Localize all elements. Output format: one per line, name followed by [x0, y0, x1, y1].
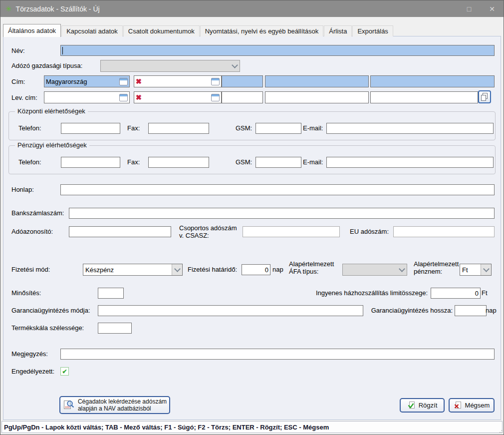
financial-fax-input[interactable] — [148, 157, 209, 168]
resize-grip[interactable] — [499, 429, 503, 433]
save-button-label: Rögzít — [419, 402, 438, 409]
default-vat-select[interactable] — [342, 264, 407, 276]
clear-icon[interactable]: ✖ — [136, 78, 142, 85]
financial-contacts-group: Pénzügyi elérhetőségek Telefon: Fax: GSM… — [8, 145, 496, 174]
taxpayer-type-label: Adózó gazdasági típusa: — [11, 62, 82, 69]
central-fax-input[interactable] — [148, 123, 209, 134]
app-icon: ✳ — [5, 4, 12, 13]
comment-label: Megjegyzés: — [11, 350, 48, 358]
central-email-input[interactable] — [326, 123, 494, 134]
lookup-window-icon[interactable] — [119, 78, 128, 85]
central-phone-input[interactable] — [61, 123, 120, 134]
cancel-button-label: Mégsem — [465, 402, 490, 409]
lookup-window-icon[interactable] — [211, 78, 220, 85]
tab-arlista[interactable]: Árlista — [324, 25, 352, 36]
payment-method-label: Fizetési mód: — [11, 266, 50, 273]
group-tax-label: Csoportos adószám v. CSASZ: — [179, 224, 240, 239]
mailing-street2-input[interactable] — [370, 91, 478, 103]
default-currency-select[interactable]: Ft — [460, 264, 492, 276]
tab-exportalas[interactable]: Exportálás — [352, 25, 393, 36]
comment-input[interactable] — [60, 349, 495, 360]
tab-csatolt-dokumentumok[interactable]: Csatolt dokumentumok — [123, 25, 200, 36]
bank-account-label: Bankszámlaszám: — [11, 209, 64, 217]
default-currency-label: Alapértelmezett pénznem: — [414, 260, 464, 275]
title-bar: ✳ Törzsadatok - Szállítók - Új □ ✕ — [0, 0, 504, 17]
mailing-country-field[interactable] — [44, 91, 130, 103]
address-label: Cím: — [11, 78, 25, 85]
address-zip-input[interactable] — [222, 75, 263, 87]
fax-label: Fax: — [127, 158, 140, 166]
email-label: E-mail: — [303, 158, 323, 166]
tab-altalanos-adatok[interactable]: Általános adatok — [3, 24, 61, 37]
warranty-method-label: Garanciaügyintézés módja: — [11, 307, 90, 314]
window-title: Törzsadatok - Szállítók - Új — [16, 5, 100, 13]
free-delivery-limit-input[interactable]: 0 — [431, 288, 481, 299]
financial-gsm-input[interactable] — [255, 157, 301, 168]
nav-company-lookup-button[interactable]: 100 Cégadatok lekérdezése adószám alapjá… — [59, 396, 170, 414]
tab-bar: Általános adatok Kapcsolati adatok Csato… — [3, 24, 394, 36]
central-gsm-input[interactable] — [255, 123, 301, 134]
fax-label: Fax: — [127, 124, 140, 132]
warranty-length-unit: nap — [486, 307, 497, 314]
nav-button-line2: alapján a NAV adatbázisból — [78, 405, 151, 412]
phone-label: Telefon: — [18, 124, 41, 132]
default-vat-label: Alapértelmezett ÁFA típus: — [289, 260, 342, 275]
payment-method-select[interactable]: Készpénz — [83, 264, 183, 276]
payment-deadline-unit: nap — [272, 266, 283, 273]
tab-kapcsolati-adatok[interactable]: Kapcsolati adatok — [61, 25, 123, 36]
name-label: Név: — [11, 47, 25, 54]
dialog-window: ✳ Törzsadatok - Szállítók - Új □ ✕ Által… — [0, 0, 504, 435]
payment-deadline-input[interactable]: 0 — [242, 264, 270, 275]
mailing-zip-input[interactable] — [222, 91, 263, 103]
taxpayer-type-select[interactable] — [100, 60, 240, 72]
address-street-input[interactable] — [265, 75, 369, 87]
product-range-input[interactable] — [98, 323, 132, 334]
free-delivery-limit-label: Ingyenes házhozszállítás limitösszege: — [253, 289, 428, 297]
rating-input[interactable] — [98, 288, 124, 299]
name-input[interactable] — [60, 45, 495, 56]
status-text: PgUp/PgDn - Lapok közti váltás; TAB - Me… — [4, 424, 329, 431]
financial-email-input[interactable] — [326, 157, 494, 168]
lookup-window-icon[interactable] — [211, 94, 220, 101]
chevron-down-icon — [399, 266, 405, 272]
chevron-down-icon — [483, 266, 490, 272]
gsm-label: GSM: — [236, 158, 252, 166]
payment-deadline-label: Fizetési határidő: — [188, 266, 237, 273]
mailing-address-label: Lev. cím: — [11, 94, 37, 101]
copy-address-button[interactable] — [478, 90, 491, 103]
save-check-icon — [407, 401, 416, 410]
financial-phone-input[interactable] — [61, 157, 120, 168]
chevron-down-icon — [174, 266, 181, 272]
tax-id-input[interactable] — [69, 226, 171, 237]
bank-account-input[interactable] — [69, 208, 495, 219]
enabled-checkbox[interactable]: ✔ — [60, 367, 69, 376]
text-caret — [62, 47, 63, 54]
free-delivery-limit-unit: Ft — [482, 289, 488, 297]
tax-id-label: Adóazonosító: — [11, 228, 53, 235]
group-tax-input[interactable] — [243, 226, 340, 237]
product-range-label: Termékskála szélessége: — [11, 324, 84, 332]
save-button[interactable]: Rögzít — [400, 398, 445, 413]
rating-label: Minősítés: — [11, 289, 41, 297]
mailing-street-input[interactable] — [265, 91, 369, 103]
nav-button-line1: Cégadatok lekérdezése adószám — [78, 398, 167, 405]
gsm-label: GSM: — [236, 124, 252, 132]
eu-tax-input[interactable] — [393, 226, 495, 237]
tab-nyomtatasi-beallitasok[interactable]: Nyomtatási, nyelvi és egyéb beállítások — [200, 25, 324, 36]
clear-icon[interactable]: ✖ — [136, 94, 142, 101]
address-street2-input[interactable] — [370, 75, 495, 87]
enabled-label: Engedélyezett: — [11, 368, 54, 375]
copy-icon — [480, 92, 489, 101]
mailing-city-field[interactable]: ✖ — [134, 91, 222, 103]
cancel-button[interactable]: Mégsem — [449, 398, 495, 413]
lookup-window-icon[interactable] — [119, 94, 128, 101]
address-country-field[interactable]: Magyarország — [44, 75, 130, 87]
central-contacts-title: Központi elérhetőségek — [15, 107, 88, 115]
eu-tax-label: EU adószám: — [350, 228, 389, 235]
warranty-length-input[interactable] — [455, 305, 487, 316]
address-city-field[interactable]: ✖ — [134, 75, 222, 87]
maximize-button[interactable]: □ — [458, 0, 481, 17]
website-input[interactable] — [60, 184, 495, 195]
close-button[interactable]: ✕ — [481, 0, 504, 17]
chevron-down-icon — [232, 62, 238, 68]
